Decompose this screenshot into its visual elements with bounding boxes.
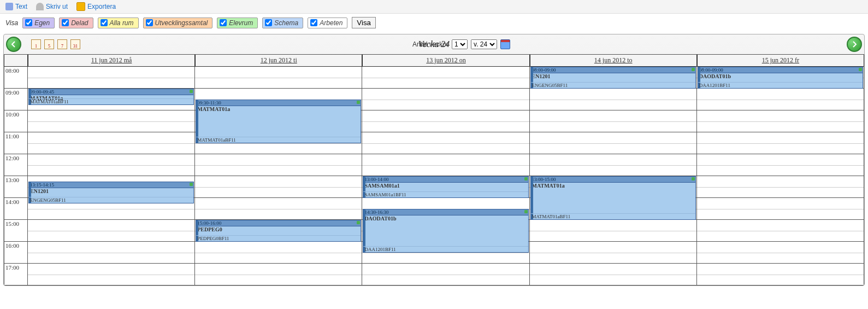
time-label: 08:00: [4, 67, 28, 89]
hour-slot[interactable]: [362, 154, 529, 176]
time-label: 09:00: [4, 89, 28, 110]
hour-slot[interactable]: [28, 132, 194, 154]
next-week-button[interactable]: [847, 37, 862, 52]
hour-slot[interactable]: [697, 154, 864, 176]
hour-slot[interactable]: [362, 110, 529, 132]
day-header[interactable]: 15 jun 2012 fr: [697, 55, 864, 67]
calendar-event[interactable]: 15:00-16:00PEDPEG0PEDPEG0BF11: [196, 220, 361, 242]
hour-slot[interactable]: [28, 154, 194, 176]
day-header[interactable]: 12 jun 2012 ti: [195, 55, 362, 67]
visa-button[interactable]: Visa: [352, 17, 376, 28]
event-footer: MATMAT01aBF11: [196, 137, 361, 143]
calendar-event[interactable]: 08:00-09:00EN1201ENGENG05BF11: [530, 67, 696, 89]
day-header[interactable]: 14 jun 2012 to: [530, 55, 697, 67]
range-1-day[interactable]: 1: [31, 39, 41, 49]
arrow-left-icon: [10, 41, 17, 48]
calendar-event[interactable]: 08:00-09:00DAODAT01bDAA1201BF11: [698, 67, 863, 89]
range-7-day[interactable]: 7: [57, 39, 67, 49]
hour-slot[interactable]: [530, 110, 696, 132]
print-label: Skriv ut: [46, 3, 68, 10]
hour-slot[interactable]: [530, 154, 696, 176]
recur-icon: [692, 68, 695, 71]
hour-slot[interactable]: [28, 242, 194, 264]
calendar-header: 1 5 7 31 Vecka 24 Antal veckor 1 v. 24: [4, 34, 864, 54]
filter-delad[interactable]: Delad: [59, 18, 93, 28]
range-31-day[interactable]: 31: [70, 39, 80, 49]
filter-allarum[interactable]: Alla rum: [98, 18, 139, 28]
hour-slot[interactable]: [697, 132, 864, 154]
day-column[interactable]: 08:00-09:00DAODAT01bDAA1201BF11: [697, 67, 864, 285]
calendar-event[interactable]: 13:00-14:00SAMSAM01a1SAMSAM01a1BF11: [363, 176, 528, 198]
hour-slot[interactable]: [28, 220, 194, 242]
time-label: 14:00: [4, 198, 28, 220]
hour-slot[interactable]: [697, 176, 864, 198]
event-footer: DAA1201BF11: [698, 82, 863, 88]
recur-icon: [524, 210, 528, 213]
filter-schema[interactable]: Schema: [262, 18, 303, 28]
toolbar: Text Skriv ut Exportera: [0, 0, 868, 14]
filter-utv-check[interactable]: [146, 19, 153, 26]
filter-utvecklingssamtal[interactable]: Utvecklingssamtal: [143, 18, 213, 28]
filter-egen[interactable]: Egen: [22, 18, 55, 28]
day-header[interactable]: 13 jun 2012 on: [362, 55, 529, 67]
filter-arbeten-check[interactable]: [310, 19, 317, 26]
filter-egen-check[interactable]: [25, 19, 32, 26]
print-link[interactable]: Skriv ut: [36, 3, 68, 10]
calendar-event[interactable]: 13:15-14:15EN1201ENGENG05BF11: [28, 182, 194, 203]
hour-slot[interactable]: [530, 89, 696, 110]
hour-slot[interactable]: [195, 242, 362, 264]
filter-elevrum-check[interactable]: [220, 19, 227, 26]
hour-slot[interactable]: [697, 198, 864, 220]
hour-slot[interactable]: [697, 89, 864, 110]
filter-utv-label: Utvecklingssamtal: [155, 19, 208, 27]
filter-arbeten[interactable]: Arbeten: [308, 18, 347, 28]
export-link[interactable]: Exportera: [76, 2, 116, 11]
hour-slot[interactable]: [195, 198, 362, 220]
day-column[interactable]: 09:30-11:30MATMAT01aMATMAT01aBF1115:00-1…: [195, 67, 362, 285]
calendar-event[interactable]: 13:00-15:00MATMAT01aMATMAT01aBF11: [530, 176, 696, 220]
hour-slot[interactable]: [195, 67, 362, 89]
week-select[interactable]: v. 24: [471, 39, 497, 49]
hour-slot[interactable]: [697, 110, 864, 132]
day-header[interactable]: 11 jun 2012 må: [28, 55, 195, 67]
event-title: DAODAT01b: [363, 215, 528, 221]
hour-slot[interactable]: [530, 242, 696, 264]
text-link[interactable]: Text: [5, 3, 27, 10]
hour-slot[interactable]: [530, 264, 696, 285]
filter-allarum-check[interactable]: [101, 19, 108, 26]
filter-schema-check[interactable]: [265, 19, 272, 26]
hour-slot[interactable]: [28, 264, 194, 285]
hour-slot[interactable]: [362, 67, 529, 89]
filter-elevrum-label: Elevrum: [229, 19, 253, 27]
hour-slot[interactable]: [697, 264, 864, 285]
event-time: 08:00-09:00: [531, 67, 695, 73]
hour-slot[interactable]: [195, 264, 362, 285]
day-column[interactable]: 13:00-14:00SAMSAM01a1SAMSAM01a1BF1114:30…: [362, 67, 529, 285]
hour-slot[interactable]: [362, 132, 529, 154]
hour-slot[interactable]: [697, 220, 864, 242]
recur-icon: [692, 177, 695, 180]
calendar-event[interactable]: 09:30-11:30MATMAT01aMATMAT01aBF11: [196, 100, 361, 143]
filter-elevrum[interactable]: Elevrum: [217, 18, 258, 28]
antal-veckor-select[interactable]: 1: [452, 39, 468, 49]
hour-slot[interactable]: [195, 176, 362, 198]
hour-slot[interactable]: [362, 89, 529, 110]
hour-slot[interactable]: [195, 154, 362, 176]
hour-slot[interactable]: [530, 220, 696, 242]
hour-slot[interactable]: [28, 67, 194, 89]
prev-week-button[interactable]: [6, 37, 21, 52]
range-5-day[interactable]: 5: [44, 39, 54, 49]
hour-slot[interactable]: [28, 110, 194, 132]
event-title: SAMSAM01a1: [363, 183, 528, 189]
calendar-event[interactable]: 09:00-09:45MATMAT01aMATMAT01aBF11: [28, 89, 194, 105]
day-column[interactable]: 09:00-09:45MATMAT01aMATMAT01aBF1113:15-1…: [28, 67, 195, 285]
event-time: 13:00-14:00: [363, 177, 528, 183]
hour-slot[interactable]: [362, 264, 529, 285]
calendar-icon[interactable]: [500, 39, 510, 49]
day-column[interactable]: 08:00-09:00EN1201ENGENG05BF1113:00-15:00…: [530, 67, 697, 285]
filter-delad-check[interactable]: [62, 19, 69, 26]
recur-icon: [357, 221, 360, 224]
calendar-event[interactable]: 14:30-16:30DAODAT01bDAA1201BF11: [363, 209, 528, 253]
hour-slot[interactable]: [530, 132, 696, 154]
hour-slot[interactable]: [697, 242, 864, 264]
